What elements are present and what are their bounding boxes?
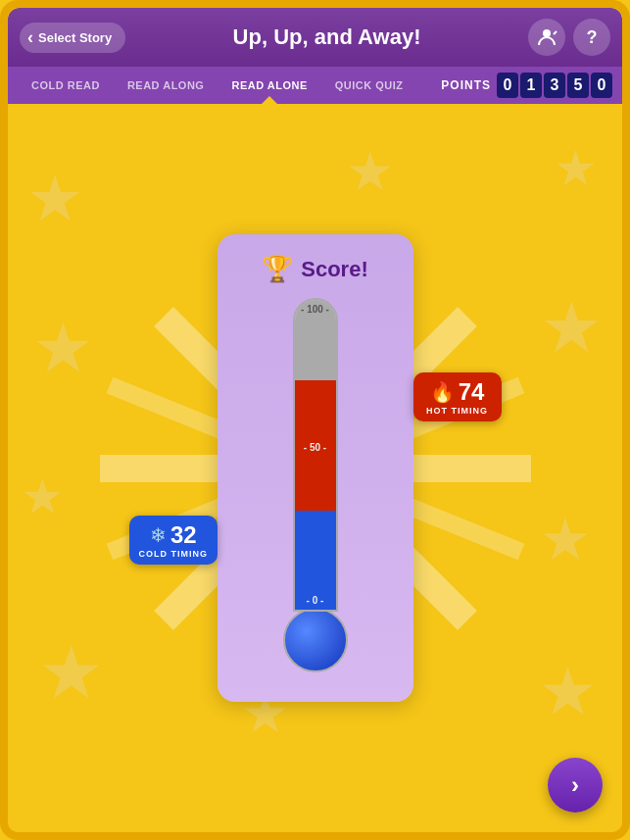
snowflake-icon: ❄ [150,523,167,547]
digit-4: 0 [591,73,612,98]
thermometer: - 100 - - 50 - - 0 - [281,298,350,672]
hot-timing-badge: 🔥 74 HOT TIMING [413,372,502,421]
teacher-button[interactable] [528,19,565,56]
tab-quick-quiz[interactable]: QUICK QUIZ [321,67,417,104]
svg-line-1 [554,31,557,34]
star-5: ★ [540,286,604,369]
scale-100: - 100 - [295,304,336,315]
points-label: POINTS [441,78,491,92]
star-1: ★ [26,162,83,235]
digit-2: 3 [544,73,565,98]
nav-tabs: COLD READ READ ALONG READ ALONE QUICK QU… [8,67,622,104]
tab-read-alone[interactable]: READ ALONE [218,67,320,104]
back-label: Select Story [38,30,112,45]
star-4: ★ [32,308,94,388]
header: ‹ Select Story Up, Up, and Away! ? [8,8,622,67]
digit-1: 1 [520,73,542,98]
points-section: POINTS 0 1 3 5 0 [441,73,612,98]
svg-point-0 [543,29,551,37]
hot-label: HOT TIMING [426,406,488,416]
chevron-left-icon: ‹ [27,27,33,48]
thermometer-bulb [283,608,348,672]
cold-value: 32 [170,521,197,549]
help-button[interactable]: ? [573,19,610,56]
tab-read-along[interactable]: READ ALONG [114,67,218,104]
cold-timing-badge: ❄ 32 COLD TIMING [129,516,218,565]
scale-50: - 50 - [295,442,336,453]
cold-label: COLD TIMING [139,549,209,559]
score-header: 🏆 Score! [262,254,367,284]
page-title: Up, Up, and Away! [125,25,528,50]
digit-0: 0 [497,73,518,98]
hot-value: 74 [459,378,485,406]
teacher-icon [536,26,557,48]
star-3: ★ [554,140,598,197]
back-button[interactable]: ‹ Select Story [20,23,125,53]
tab-cold-read[interactable]: COLD READ [18,67,114,104]
next-button[interactable]: › [548,758,603,813]
score-card: 🏆 Score! ❄ 32 COLD TIMING [218,234,413,702]
tab-list: COLD READ READ ALONG READ ALONE QUICK QU… [18,67,441,104]
app-container: ‹ Select Story Up, Up, and Away! ? COLD … [8,8,622,832]
main-content: ★ ★ ★ ★ ★ ★ ★ ★ ★ ★ 🏆 Score [8,104,622,832]
digit-3: 5 [567,73,589,98]
next-icon: › [571,771,579,799]
star-10: ★ [538,653,598,730]
scale-0: - 0 - [295,595,336,606]
header-icons: ? [528,19,610,56]
trophy-icon: 🏆 [262,254,293,284]
star-6: ★ [21,469,65,525]
flame-icon: 🔥 [430,380,455,404]
star-2: ★ [346,140,394,203]
thermometer-wrapper: ❄ 32 COLD TIMING [247,298,384,672]
score-title: Score! [301,257,367,282]
star-7: ★ [539,505,592,573]
help-icon: ? [587,27,598,48]
points-digits: 0 1 3 5 0 [497,73,612,98]
